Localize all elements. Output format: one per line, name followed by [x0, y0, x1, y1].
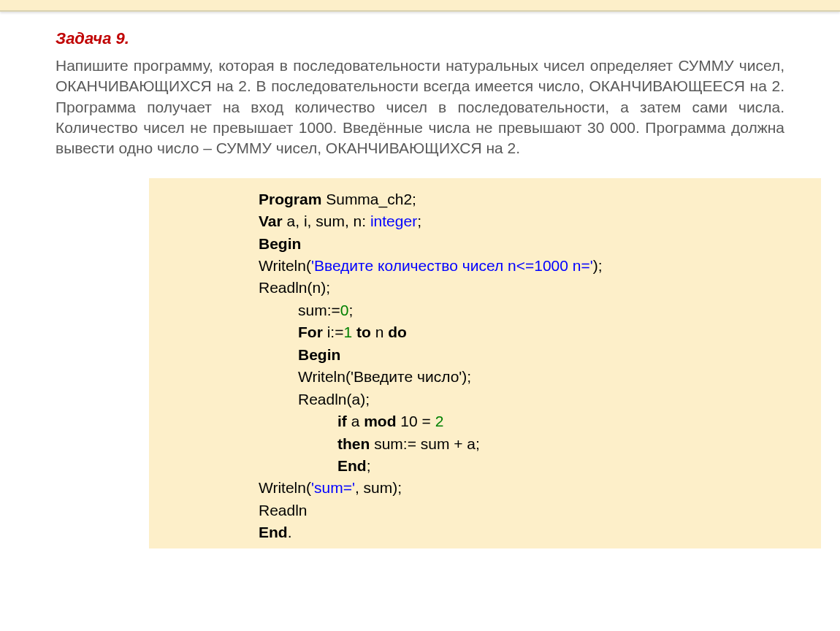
code-line-2: Var a, i, sum, n: integer; [259, 210, 814, 232]
code-line-6: sum:=0; [259, 299, 814, 321]
problem-statement: Напишите программу, которая в последоват… [56, 56, 784, 159]
top-stripe [0, 0, 840, 12]
code-block: Program Summa_ch2; Var a, i, sum, n: int… [149, 178, 821, 548]
code-line-14: Writeln('sum=', sum); [259, 477, 814, 499]
code-line-13: End; [259, 455, 814, 477]
code-line-11: if a mod 10 = 2 [259, 410, 814, 432]
code-line-4: Writeln('Введите количество чисел n<=100… [259, 255, 814, 277]
code-line-5: Readln(n); [259, 277, 814, 299]
code-line-3: Begin [259, 233, 814, 255]
code-line-9: Writeln('Введите число'); [259, 366, 814, 388]
code-line-10: Readln(a); [259, 389, 814, 410]
code-line-1: Program Summa_ch2; [259, 188, 814, 210]
code-line-8: Begin [259, 344, 814, 366]
code-line-15: Readln [259, 500, 814, 521]
code-line-7: For i:=1 to n do [259, 321, 814, 343]
code-line-16: End. [259, 521, 814, 543]
page: Задача 9. Напишите программу, которая в … [0, 12, 840, 548]
code-line-12: then sum:= sum + a; [259, 433, 814, 455]
task-title: Задача 9. [56, 29, 784, 48]
